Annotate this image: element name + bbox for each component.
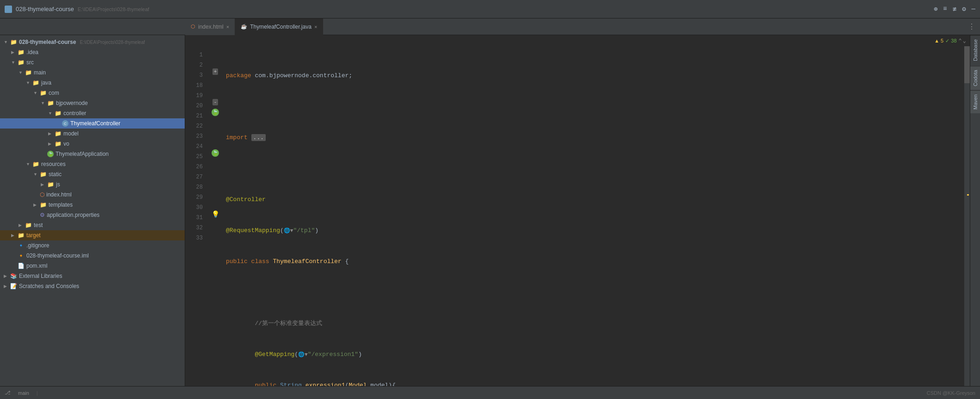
tab-close-html[interactable]: × — [226, 24, 229, 30]
target-folder-icon: 📁 — [18, 232, 25, 239]
minimize-icon[interactable]: — — [972, 5, 975, 13]
gutter-3: + — [208, 67, 222, 77]
settings-icon[interactable]: ⚙ — [962, 5, 966, 13]
chevron-icon: ▶ — [48, 141, 53, 146]
folder-icon: 📁 — [40, 171, 47, 178]
com-label: com — [49, 90, 59, 96]
folder-icon: 📁 — [25, 69, 32, 76]
title-text: 028-thymeleaf-course — [16, 6, 74, 12]
code-content[interactable]: package com.bjpowernode.controller; impo… — [222, 46, 964, 386]
database-panel-tab[interactable]: Database — [970, 35, 980, 65]
line-num-19: 19 — [185, 91, 208, 101]
structure-icon[interactable]: ≡ — [943, 5, 947, 13]
gutter-23 — [208, 128, 222, 138]
tree-item-target[interactable]: ▶ 📁 target — [0, 230, 185, 240]
line-num-30: 30 — [185, 203, 208, 213]
tree-item-resources[interactable]: ▼ 📁 resources — [0, 159, 185, 169]
gutter-25: 🍃 — [208, 148, 222, 158]
iml-icon: 🔸 — [18, 252, 25, 259]
chevron-icon: ▶ — [4, 274, 8, 278]
tree-item-root[interactable]: ▼ 📁 028-thymeleaf-course E:\IDEA\Project… — [0, 37, 185, 47]
tree-item-app-properties[interactable]: ⚙ application.properties — [0, 210, 185, 220]
code-editor[interactable]: 1 2 3 18 19 20 21 22 23 24 25 26 27 28 2… — [185, 46, 970, 386]
right-panel: Database Codota Maven — [970, 35, 980, 386]
line-num-2: 2 — [185, 60, 208, 70]
chevron-icon: ▶ — [41, 182, 45, 187]
maven-label: Maven — [973, 94, 978, 110]
line-20-text: @RequestMapping(🌐▼"/tpl") — [226, 226, 318, 236]
tree-item-java[interactable]: ▼ 📁 java — [0, 78, 185, 88]
gutter-33 — [208, 229, 222, 239]
gitignore-label: .gitignore — [26, 242, 49, 249]
maven-panel-tab[interactable]: Maven — [970, 90, 980, 113]
line-num-20: 20 — [185, 101, 208, 111]
chevron-icon: ▼ — [33, 91, 38, 95]
tree-item-static[interactable]: ▼ 📁 static — [0, 169, 185, 179]
folder-icon: 📁 — [40, 202, 47, 208]
bottom-separator: | — [37, 390, 38, 396]
gutter-27 — [208, 168, 222, 178]
tree-item-thymeleaf-app[interactable]: 🍃 ThymeleafApplication — [0, 149, 185, 159]
project-icon — [5, 6, 12, 13]
tree-item-gitignore[interactable]: 🔹 .gitignore — [0, 240, 185, 251]
tab-close-java[interactable]: × — [314, 24, 317, 30]
more-tabs-icon[interactable]: ⋮ — [968, 22, 975, 31]
tree-item-model[interactable]: ▶ 📁 model — [0, 129, 185, 139]
tree-item-idea[interactable]: ▶ 📁 .idea — [0, 47, 185, 57]
line-num-23: 23 — [185, 131, 208, 141]
root-path: E:\IDEA\Projects\028-thymeleaf — [80, 40, 145, 45]
gutter-22 — [208, 117, 222, 128]
resources-label: resources — [41, 161, 66, 167]
codota-panel-tab[interactable]: Codota — [970, 66, 980, 90]
tab-label-html: index.html — [198, 24, 224, 30]
tree-item-bjpowernode[interactable]: ▼ 📁 bjpowernode — [0, 98, 185, 108]
tree-item-com[interactable]: ▼ 📁 com — [0, 88, 185, 98]
line-num-22: 22 — [185, 121, 208, 131]
check-badge: ✓ 38 — [945, 38, 956, 44]
line-num-29: 29 — [185, 192, 208, 203]
scrollbar-thumb[interactable] — [964, 46, 970, 83]
target-label: target — [26, 232, 41, 239]
tree-item-main[interactable]: ▼ 📁 main — [0, 68, 185, 78]
spring-at-icon: 🍃 — [212, 149, 219, 157]
tree-item-js[interactable]: ▶ 📁 js — [0, 179, 185, 190]
navigate-icon[interactable]: ⊕ — [934, 5, 937, 13]
gutter-30 — [208, 199, 222, 209]
tree-item-pom[interactable]: 📄 pom.xml — [0, 261, 185, 271]
warning-marker — [967, 194, 969, 196]
chevron-icon: ▼ — [33, 172, 38, 177]
bulb-icon[interactable]: 💡 — [212, 210, 219, 218]
gutter-32 — [208, 219, 222, 229]
tree-item-vo[interactable]: ▶ 📁 vo — [0, 139, 185, 149]
tree-item-src[interactable]: ▼ 📁 src — [0, 57, 185, 68]
project-sidebar: ▼ 📁 028-thymeleaf-course E:\IDEA\Project… — [0, 35, 185, 386]
tree-item-templates[interactable]: ▶ 📁 templates — [0, 200, 185, 210]
git-branch: main — [18, 390, 29, 396]
tab-index-html[interactable]: ⬡ index.html × — [185, 18, 235, 35]
collapse-icon[interactable]: ⌄ — [963, 37, 966, 44]
title-bar-left: 028-thymeleaf-course E:\IDEA\Projects\02… — [5, 6, 190, 13]
code-line-2 — [226, 102, 964, 112]
filter-icon[interactable]: ≢ — [953, 5, 956, 13]
fold-button-3[interactable]: + — [212, 68, 218, 75]
editor-scrollbar[interactable] — [964, 46, 970, 386]
git-icon: ⎇ — [5, 390, 11, 396]
gutter-1 — [208, 46, 222, 56]
chevron-icon: ▼ — [26, 80, 31, 85]
fold-button-20[interactable]: - — [212, 99, 218, 105]
tree-item-test[interactable]: ▶ 📁 test — [0, 220, 185, 230]
tree-item-controller[interactable]: ▼ 📁 controller — [0, 108, 185, 118]
folder-icon: 📁 — [32, 161, 39, 167]
tree-item-iml[interactable]: 🔸 028-thymeleaf-course.iml — [0, 251, 185, 261]
chevron-icon: ▼ — [48, 111, 53, 116]
app-label: ThymeleafApplication — [56, 151, 109, 157]
tree-item-external-libraries[interactable]: ▶ 📚 External Libraries — [0, 271, 185, 281]
scratches-label: Scratches and Consoles — [19, 283, 79, 289]
gutter-24 — [208, 138, 222, 148]
expand-icon[interactable]: ⌃ — [959, 37, 962, 44]
tree-item-index-html[interactable]: ⬡ index.html — [0, 190, 185, 200]
tab-thymeleaf-controller[interactable]: ☕ ThymeleafController.java × — [235, 18, 323, 35]
line-num-33: 33 — [185, 233, 208, 243]
tree-item-thymeleaf-controller[interactable]: C ThymeleafController — [0, 118, 185, 129]
tree-item-scratches[interactable]: ▶ 📝 Scratches and Consoles — [0, 281, 185, 291]
